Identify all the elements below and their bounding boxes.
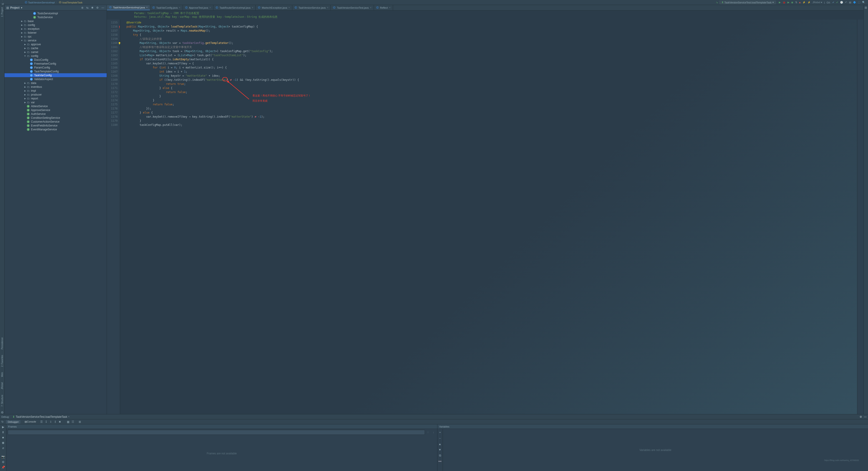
- code-line[interactable]: //获取定义的变量: [126, 37, 857, 41]
- code-line[interactable]: List<Map> matterList = (List<Map>) task.…: [126, 53, 857, 57]
- close-icon[interactable]: ×: [370, 6, 371, 9]
- tree-file[interactable]: ParamConfig: [5, 65, 107, 69]
- gear-icon[interactable]: ⚙: [2, 460, 5, 464]
- resume-icon[interactable]: ▶: [2, 425, 4, 429]
- tree-folder[interactable]: ▶🗀rpc: [5, 35, 107, 38]
- tree-folder[interactable]: ▶🗀exception: [5, 27, 107, 31]
- settings-icon[interactable]: ⚙: [1, 411, 4, 414]
- camera-icon[interactable]: 📷: [1, 455, 5, 459]
- tree-file[interactable]: AbtestService: [5, 104, 107, 108]
- persistence-toolwindow-tab[interactable]: Persistence: [0, 336, 4, 351]
- code-line[interactable]: @Override: [126, 21, 857, 25]
- jrebel-toolwindow-tab[interactable]: JRebel: [0, 381, 4, 391]
- tree-file[interactable]: FreemarkerConfig: [5, 62, 107, 65]
- code-line[interactable]: Map<String, Object> task = (Map<String, …: [126, 49, 857, 53]
- maximize-icon[interactable]: ⬚: [858, 1, 860, 4]
- copy-watch-icon[interactable]: ⧉: [439, 454, 441, 458]
- layout-icon[interactable]: ⊞: [865, 6, 867, 9]
- git-revert-icon[interactable]: ↶: [845, 1, 847, 4]
- build-hammer-icon[interactable]: ↘: [716, 1, 718, 4]
- tree-file[interactable]: DuccConfig: [5, 58, 107, 62]
- close-icon[interactable]: ×: [179, 6, 180, 9]
- close-icon[interactable]: ×: [288, 6, 290, 9]
- jrebel-run-icon[interactable]: ⚡: [803, 1, 806, 4]
- tree-folder[interactable]: ▶🗀report: [5, 96, 107, 100]
- code-line[interactable]: int idex = i + 1;: [126, 70, 857, 74]
- tree-folder[interactable]: ▶🗀camel: [5, 50, 107, 54]
- remove-watch-icon[interactable]: −: [439, 437, 441, 440]
- tree-folder[interactable]: ▼🗀service: [5, 38, 107, 42]
- stop-debug-icon[interactable]: ■: [2, 436, 4, 439]
- search-icon[interactable]: ▤: [849, 1, 851, 4]
- tree-file[interactable]: ValidatorAspect: [5, 77, 107, 81]
- drop-frame-icon[interactable]: ✖: [59, 420, 61, 423]
- debug-session-tab[interactable]: ⬇ TaskVersionServiceTest.loadTemplateTas…: [11, 415, 71, 419]
- code-line[interactable]: return false;: [126, 90, 857, 94]
- tree-file[interactable]: AuthService: [5, 112, 107, 116]
- code-line[interactable]: try {: [126, 33, 857, 37]
- tree-file[interactable]: EventFieldInfoService: [5, 123, 107, 127]
- debug-hide-icon[interactable]: —: [864, 415, 867, 418]
- code-line[interactable]: public Map<String, Object> loadTemplateT…: [126, 25, 857, 29]
- code-line[interactable]: } else {: [126, 111, 857, 115]
- close-icon[interactable]: ×: [389, 6, 391, 9]
- editor-tab[interactable]: ⒸTaskVarConfig.java×: [150, 5, 183, 10]
- code-line[interactable]: taskConfigMap.putAll(var);: [126, 123, 857, 127]
- code-line[interactable]: String keystr = "matterState" + idex;: [126, 74, 857, 78]
- code-line[interactable]: Map<String, Object> var = taskVarConfig.…: [126, 41, 857, 45]
- hierarchy-icon[interactable]: 🔷: [853, 1, 856, 4]
- breadcrumb-item[interactable]: jd: [1, 2, 24, 5]
- tree-file[interactable]: EventManageService: [5, 127, 107, 131]
- step-over-icon[interactable]: ☰: [40, 420, 43, 423]
- close-icon[interactable]: ×: [327, 6, 328, 9]
- tree-folder[interactable]: ▼🗀config: [5, 54, 107, 58]
- stop-icon[interactable]: ■: [799, 1, 801, 4]
- breadcrumb-class[interactable]: ⒸTaskVersionServiceImpl: [24, 1, 55, 4]
- code-line[interactable]: return false;: [126, 102, 857, 107]
- git-update-icon[interactable]: ✔: [832, 1, 834, 4]
- console-tab[interactable]: ▤Console: [23, 420, 38, 424]
- rerun-icon[interactable]: ↻: [1, 420, 4, 423]
- editor-tab[interactable]: ⒸTaskVersionServiceTest.java×: [331, 5, 374, 10]
- close-icon[interactable]: ×: [146, 6, 148, 9]
- editor-tab[interactable]: ⒸMartechException.java×: [256, 5, 292, 10]
- settings-gear-icon[interactable]: ⚙: [96, 6, 99, 9]
- project-view-title[interactable]: Project: [10, 6, 20, 9]
- code-line[interactable]: var.keySet().removeIf(key → key.toString…: [126, 115, 857, 119]
- tree-folder[interactable]: ▶🗀eventbus: [5, 85, 107, 89]
- code-line[interactable]: for (int i = 0; i < matterList.size(); i…: [126, 65, 857, 70]
- code-line[interactable]: });: [126, 107, 857, 111]
- mute-breakpoints-icon[interactable]: ⌀: [2, 446, 4, 450]
- view-breakpoints-icon[interactable]: ◉: [2, 441, 4, 444]
- pin-icon[interactable]: 📌: [1, 466, 5, 469]
- tree-folder[interactable]: ▶🗀approve: [5, 42, 107, 46]
- editor-tab[interactable]: ⒸTaskRouterServiceImpl.java×: [213, 5, 256, 10]
- editor[interactable]: 11551156❗1157115811591160💡11611162116311…: [107, 20, 863, 414]
- project-toolwindow-tab[interactable]: 1: Project: [0, 6, 4, 18]
- threads-view-icon[interactable]: ☷: [72, 420, 74, 423]
- project-view-icon[interactable]: ▤: [6, 6, 9, 9]
- add-watch-icon[interactable]: ＋: [439, 430, 441, 434]
- step-out-icon[interactable]: ↥: [54, 420, 56, 423]
- code-line[interactable]: Map<String, Object> result = Maps.newHas…: [126, 29, 857, 33]
- editor-tab[interactable]: ⒸApproveTest.java×: [183, 5, 213, 10]
- run-config-select[interactable]: ⬇ TaskVersionServiceTest.loadTemplateTas…: [719, 0, 776, 4]
- tree-file[interactable]: TaskTemplateConfig: [5, 69, 107, 73]
- code-line[interactable]: return true;: [126, 82, 857, 86]
- restore-layout-icon[interactable]: ⊞: [79, 420, 81, 423]
- coverage-icon[interactable]: ▶: [787, 1, 789, 4]
- editor-tab[interactable]: ⒸReflect×: [374, 5, 393, 10]
- code-line[interactable]: if (CollectionUtils.isNotEmpty(matterLis…: [126, 57, 857, 61]
- step-into-icon[interactable]: ↧: [45, 420, 47, 423]
- tree-file[interactable]: ConditionSettingService: [5, 116, 107, 120]
- editor-tab[interactable]: ⒸTaskVersionService.java×: [292, 5, 331, 10]
- favorites-toolwindow-tab[interactable]: 2: Favorites: [0, 354, 4, 368]
- tree-folder[interactable]: ▶🗀listener: [5, 31, 107, 35]
- tree-folder[interactable]: ▶🗀config: [5, 23, 107, 27]
- git-commit-icon[interactable]: ✔: [836, 1, 838, 4]
- structure-toolwindow-tab[interactable]: 7: Structure: [0, 393, 4, 408]
- collapse-icon[interactable]: ✱: [91, 6, 94, 9]
- editor-minimap[interactable]: [857, 20, 863, 414]
- frame-down-icon[interactable]: ↓: [431, 431, 436, 434]
- attach-icon[interactable]: ⇅: [795, 1, 797, 4]
